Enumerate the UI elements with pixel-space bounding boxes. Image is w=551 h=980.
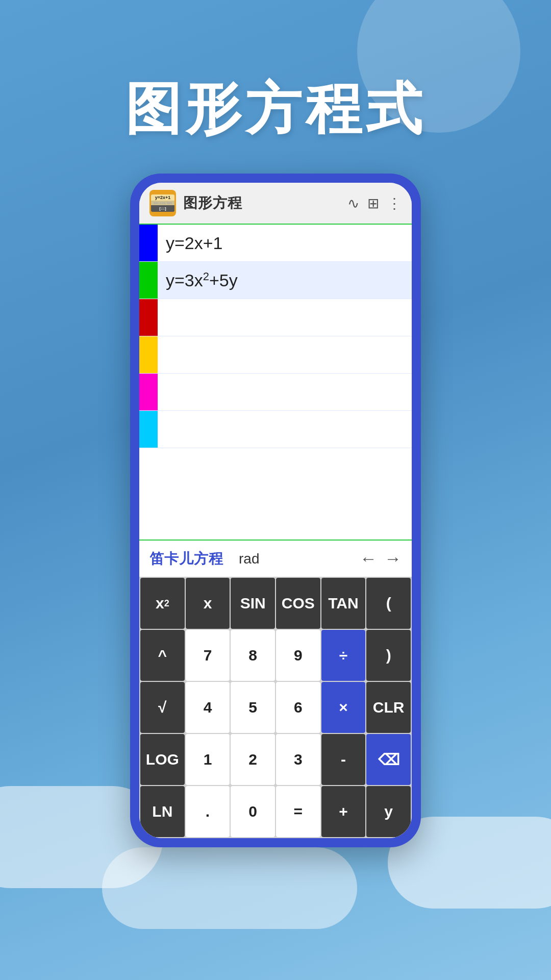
key-ln[interactable]: LN bbox=[140, 786, 185, 837]
app-icon-mid: sin cos tan bbox=[151, 201, 174, 205]
more-icon[interactable]: ⋮ bbox=[387, 195, 402, 212]
kb-row-3: √ 4 5 6 × CLR bbox=[140, 682, 411, 733]
wave-icon[interactable]: ∿ bbox=[347, 195, 359, 212]
equation-row-3[interactable] bbox=[139, 299, 412, 336]
equation-text-2: y=3x2+5y bbox=[158, 263, 246, 298]
equation-text-6 bbox=[158, 422, 174, 436]
key-caret[interactable]: ^ bbox=[140, 630, 185, 681]
kb-row-2: ^ 7 8 9 ÷ ) bbox=[140, 630, 411, 681]
keyboard: x2 x SIN COS TAN ( ^ 7 8 9 ÷ ) bbox=[139, 577, 412, 838]
app-header-title: 图形方程 bbox=[183, 193, 340, 213]
kb-row-1: x2 x SIN COS TAN ( bbox=[140, 578, 411, 629]
equation-text-5 bbox=[158, 385, 174, 399]
key-sqrt[interactable]: √ bbox=[140, 682, 185, 733]
key-x2[interactable]: x2 bbox=[140, 578, 185, 629]
color-bar-5 bbox=[139, 374, 158, 410]
phone-screen: y=2x+1 sin cos tan [:::] 图形方程 ∿ ⊞ ⋮ y=2x… bbox=[139, 183, 412, 838]
key-x[interactable]: x bbox=[186, 578, 230, 629]
kb-row-4: LOG 1 2 3 - ⌫ bbox=[140, 734, 411, 785]
equation-row-1[interactable]: y=2x+1 bbox=[139, 225, 412, 262]
equation-row-5[interactable] bbox=[139, 374, 412, 411]
color-bar-6 bbox=[139, 411, 158, 448]
equation-text-1: y=2x+1 bbox=[158, 226, 231, 260]
bg-cloud-center bbox=[102, 847, 357, 929]
key-minus[interactable]: - bbox=[321, 734, 366, 785]
key-9[interactable]: 9 bbox=[276, 630, 320, 681]
mode-bar-arrows: ← → bbox=[360, 549, 402, 569]
key-log[interactable]: LOG bbox=[140, 734, 185, 785]
key-8[interactable]: 8 bbox=[231, 630, 275, 681]
kb-row-5: LN . 0 = + y bbox=[140, 786, 411, 837]
key-3[interactable]: 3 bbox=[276, 734, 320, 785]
key-plus[interactable]: + bbox=[321, 786, 366, 837]
key-y[interactable]: y bbox=[366, 786, 411, 837]
equation-row-6[interactable] bbox=[139, 411, 412, 448]
equation-list: y=2x+1 y=3x2+5y bbox=[139, 225, 412, 540]
equation-text-4 bbox=[158, 348, 174, 362]
equation-row-2[interactable]: y=3x2+5y bbox=[139, 262, 412, 299]
key-dot[interactable]: . bbox=[186, 786, 230, 837]
app-header: y=2x+1 sin cos tan [:::] 图形方程 ∿ ⊞ ⋮ bbox=[139, 183, 412, 225]
screen-bottom: 笛卡儿方程 rad ← → x2 x SIN COS TAN ( bbox=[139, 540, 412, 838]
color-bar-2 bbox=[139, 262, 158, 299]
key-open-paren[interactable]: ( bbox=[366, 578, 411, 629]
key-5[interactable]: 5 bbox=[231, 682, 275, 733]
left-arrow-button[interactable]: ← bbox=[360, 549, 377, 569]
phone-mockup: y=2x+1 sin cos tan [:::] 图形方程 ∿ ⊞ ⋮ y=2x… bbox=[130, 174, 421, 847]
key-equals[interactable]: = bbox=[276, 786, 320, 837]
key-sin[interactable]: SIN bbox=[231, 578, 275, 629]
color-bar-4 bbox=[139, 336, 158, 373]
color-bar-3 bbox=[139, 299, 158, 336]
key-4[interactable]: 4 bbox=[186, 682, 230, 733]
page-title: 图形方程式 bbox=[0, 71, 551, 148]
key-2[interactable]: 2 bbox=[231, 734, 275, 785]
key-cos[interactable]: COS bbox=[276, 578, 320, 629]
header-icons: ∿ ⊞ ⋮ bbox=[347, 195, 402, 212]
key-close-paren[interactable]: ) bbox=[366, 630, 411, 681]
key-multiply[interactable]: × bbox=[321, 682, 366, 733]
equation-row-4[interactable] bbox=[139, 336, 412, 374]
mode-label[interactable]: 笛卡儿方程 bbox=[149, 549, 223, 569]
key-clr[interactable]: CLR bbox=[366, 682, 411, 733]
key-tan[interactable]: TAN bbox=[321, 578, 366, 629]
key-backspace[interactable]: ⌫ bbox=[366, 734, 411, 785]
rad-label[interactable]: rad bbox=[239, 551, 259, 567]
key-6[interactable]: 6 bbox=[276, 682, 320, 733]
mode-bar: 笛卡儿方程 rad ← → bbox=[139, 541, 412, 577]
equation-text-3 bbox=[158, 310, 174, 325]
key-1[interactable]: 1 bbox=[186, 734, 230, 785]
color-bar-1 bbox=[139, 225, 158, 261]
app-icon: y=2x+1 sin cos tan [:::] bbox=[149, 190, 176, 216]
key-0[interactable]: 0 bbox=[231, 786, 275, 837]
app-icon-bottom: [:::] bbox=[151, 205, 174, 212]
app-icon-top: y=2x+1 bbox=[151, 194, 174, 201]
key-7[interactable]: 7 bbox=[186, 630, 230, 681]
key-divide[interactable]: ÷ bbox=[321, 630, 366, 681]
right-arrow-button[interactable]: → bbox=[384, 549, 402, 569]
grid-icon[interactable]: ⊞ bbox=[367, 195, 379, 212]
